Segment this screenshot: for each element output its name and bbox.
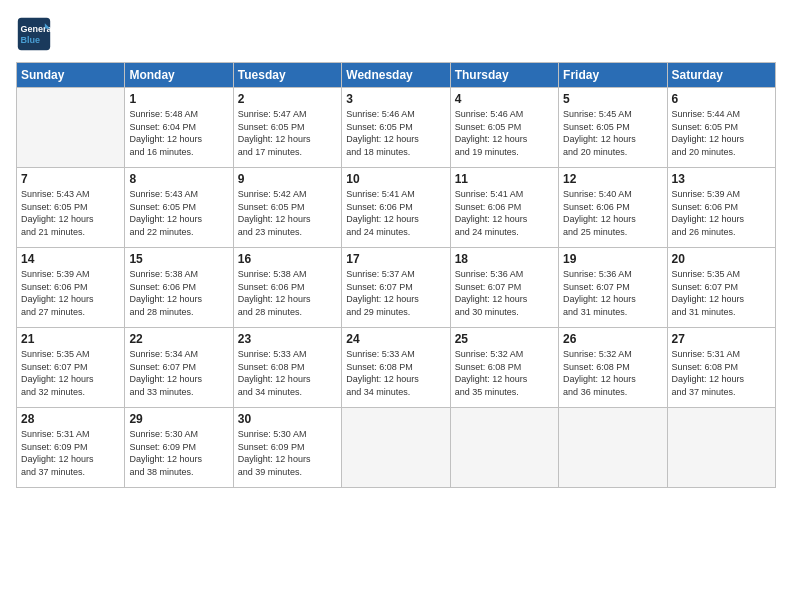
day-number: 2 [238, 92, 337, 106]
day-number: 26 [563, 332, 662, 346]
calendar-cell: 28Sunrise: 5:31 AM Sunset: 6:09 PM Dayli… [17, 408, 125, 488]
day-number: 16 [238, 252, 337, 266]
day-number: 23 [238, 332, 337, 346]
calendar-cell: 30Sunrise: 5:30 AM Sunset: 6:09 PM Dayli… [233, 408, 341, 488]
day-info: Sunrise: 5:35 AM Sunset: 6:07 PM Dayligh… [672, 268, 771, 318]
calendar-cell: 19Sunrise: 5:36 AM Sunset: 6:07 PM Dayli… [559, 248, 667, 328]
day-number: 12 [563, 172, 662, 186]
day-number: 9 [238, 172, 337, 186]
day-number: 25 [455, 332, 554, 346]
week-row-3: 14Sunrise: 5:39 AM Sunset: 6:06 PM Dayli… [17, 248, 776, 328]
calendar-table: SundayMondayTuesdayWednesdayThursdayFrid… [16, 62, 776, 488]
week-row-5: 28Sunrise: 5:31 AM Sunset: 6:09 PM Dayli… [17, 408, 776, 488]
day-info: Sunrise: 5:31 AM Sunset: 6:09 PM Dayligh… [21, 428, 120, 478]
week-row-2: 7Sunrise: 5:43 AM Sunset: 6:05 PM Daylig… [17, 168, 776, 248]
day-info: Sunrise: 5:43 AM Sunset: 6:05 PM Dayligh… [129, 188, 228, 238]
calendar-cell: 2Sunrise: 5:47 AM Sunset: 6:05 PM Daylig… [233, 88, 341, 168]
day-info: Sunrise: 5:45 AM Sunset: 6:05 PM Dayligh… [563, 108, 662, 158]
day-info: Sunrise: 5:47 AM Sunset: 6:05 PM Dayligh… [238, 108, 337, 158]
calendar-cell: 24Sunrise: 5:33 AM Sunset: 6:08 PM Dayli… [342, 328, 450, 408]
day-info: Sunrise: 5:48 AM Sunset: 6:04 PM Dayligh… [129, 108, 228, 158]
calendar-cell [559, 408, 667, 488]
day-header-thursday: Thursday [450, 63, 558, 88]
day-number: 30 [238, 412, 337, 426]
day-info: Sunrise: 5:46 AM Sunset: 6:05 PM Dayligh… [346, 108, 445, 158]
day-number: 24 [346, 332, 445, 346]
calendar-cell: 27Sunrise: 5:31 AM Sunset: 6:08 PM Dayli… [667, 328, 775, 408]
calendar-cell: 22Sunrise: 5:34 AM Sunset: 6:07 PM Dayli… [125, 328, 233, 408]
calendar-cell [667, 408, 775, 488]
day-info: Sunrise: 5:35 AM Sunset: 6:07 PM Dayligh… [21, 348, 120, 398]
day-info: Sunrise: 5:38 AM Sunset: 6:06 PM Dayligh… [129, 268, 228, 318]
calendar-cell: 29Sunrise: 5:30 AM Sunset: 6:09 PM Dayli… [125, 408, 233, 488]
day-header-monday: Monday [125, 63, 233, 88]
day-info: Sunrise: 5:44 AM Sunset: 6:05 PM Dayligh… [672, 108, 771, 158]
day-info: Sunrise: 5:36 AM Sunset: 6:07 PM Dayligh… [563, 268, 662, 318]
day-number: 19 [563, 252, 662, 266]
day-number: 6 [672, 92, 771, 106]
day-number: 11 [455, 172, 554, 186]
day-info: Sunrise: 5:34 AM Sunset: 6:07 PM Dayligh… [129, 348, 228, 398]
day-number: 14 [21, 252, 120, 266]
day-info: Sunrise: 5:41 AM Sunset: 6:06 PM Dayligh… [455, 188, 554, 238]
day-number: 20 [672, 252, 771, 266]
day-number: 10 [346, 172, 445, 186]
calendar-cell: 23Sunrise: 5:33 AM Sunset: 6:08 PM Dayli… [233, 328, 341, 408]
day-number: 3 [346, 92, 445, 106]
day-number: 5 [563, 92, 662, 106]
calendar-cell: 5Sunrise: 5:45 AM Sunset: 6:05 PM Daylig… [559, 88, 667, 168]
calendar-cell: 12Sunrise: 5:40 AM Sunset: 6:06 PM Dayli… [559, 168, 667, 248]
day-info: Sunrise: 5:32 AM Sunset: 6:08 PM Dayligh… [563, 348, 662, 398]
header-row: SundayMondayTuesdayWednesdayThursdayFrid… [17, 63, 776, 88]
day-info: Sunrise: 5:36 AM Sunset: 6:07 PM Dayligh… [455, 268, 554, 318]
calendar-cell: 10Sunrise: 5:41 AM Sunset: 6:06 PM Dayli… [342, 168, 450, 248]
calendar-cell [342, 408, 450, 488]
day-number: 7 [21, 172, 120, 186]
day-info: Sunrise: 5:32 AM Sunset: 6:08 PM Dayligh… [455, 348, 554, 398]
day-info: Sunrise: 5:33 AM Sunset: 6:08 PM Dayligh… [238, 348, 337, 398]
day-info: Sunrise: 5:33 AM Sunset: 6:08 PM Dayligh… [346, 348, 445, 398]
day-number: 1 [129, 92, 228, 106]
day-number: 8 [129, 172, 228, 186]
day-number: 18 [455, 252, 554, 266]
calendar-cell [17, 88, 125, 168]
calendar-cell: 21Sunrise: 5:35 AM Sunset: 6:07 PM Dayli… [17, 328, 125, 408]
day-number: 22 [129, 332, 228, 346]
day-info: Sunrise: 5:30 AM Sunset: 6:09 PM Dayligh… [129, 428, 228, 478]
calendar-cell: 13Sunrise: 5:39 AM Sunset: 6:06 PM Dayli… [667, 168, 775, 248]
day-info: Sunrise: 5:39 AM Sunset: 6:06 PM Dayligh… [21, 268, 120, 318]
day-header-sunday: Sunday [17, 63, 125, 88]
calendar-cell: 18Sunrise: 5:36 AM Sunset: 6:07 PM Dayli… [450, 248, 558, 328]
calendar-cell: 3Sunrise: 5:46 AM Sunset: 6:05 PM Daylig… [342, 88, 450, 168]
week-row-1: 1Sunrise: 5:48 AM Sunset: 6:04 PM Daylig… [17, 88, 776, 168]
header: General Blue [16, 16, 776, 52]
day-info: Sunrise: 5:37 AM Sunset: 6:07 PM Dayligh… [346, 268, 445, 318]
calendar-cell: 6Sunrise: 5:44 AM Sunset: 6:05 PM Daylig… [667, 88, 775, 168]
logo-icon: General Blue [16, 16, 52, 52]
calendar-cell: 25Sunrise: 5:32 AM Sunset: 6:08 PM Dayli… [450, 328, 558, 408]
day-number: 15 [129, 252, 228, 266]
calendar-cell: 9Sunrise: 5:42 AM Sunset: 6:05 PM Daylig… [233, 168, 341, 248]
day-number: 13 [672, 172, 771, 186]
day-info: Sunrise: 5:40 AM Sunset: 6:06 PM Dayligh… [563, 188, 662, 238]
calendar-cell: 26Sunrise: 5:32 AM Sunset: 6:08 PM Dayli… [559, 328, 667, 408]
day-number: 4 [455, 92, 554, 106]
calendar-cell: 16Sunrise: 5:38 AM Sunset: 6:06 PM Dayli… [233, 248, 341, 328]
calendar-cell: 14Sunrise: 5:39 AM Sunset: 6:06 PM Dayli… [17, 248, 125, 328]
calendar-cell: 7Sunrise: 5:43 AM Sunset: 6:05 PM Daylig… [17, 168, 125, 248]
day-info: Sunrise: 5:43 AM Sunset: 6:05 PM Dayligh… [21, 188, 120, 238]
day-number: 21 [21, 332, 120, 346]
calendar-cell: 15Sunrise: 5:38 AM Sunset: 6:06 PM Dayli… [125, 248, 233, 328]
day-info: Sunrise: 5:39 AM Sunset: 6:06 PM Dayligh… [672, 188, 771, 238]
logo: General Blue [16, 16, 56, 52]
calendar-cell: 1Sunrise: 5:48 AM Sunset: 6:04 PM Daylig… [125, 88, 233, 168]
svg-text:Blue: Blue [21, 35, 41, 45]
day-info: Sunrise: 5:30 AM Sunset: 6:09 PM Dayligh… [238, 428, 337, 478]
day-info: Sunrise: 5:31 AM Sunset: 6:08 PM Dayligh… [672, 348, 771, 398]
day-header-friday: Friday [559, 63, 667, 88]
calendar-cell [450, 408, 558, 488]
day-info: Sunrise: 5:46 AM Sunset: 6:05 PM Dayligh… [455, 108, 554, 158]
day-info: Sunrise: 5:42 AM Sunset: 6:05 PM Dayligh… [238, 188, 337, 238]
day-header-saturday: Saturday [667, 63, 775, 88]
day-number: 28 [21, 412, 120, 426]
